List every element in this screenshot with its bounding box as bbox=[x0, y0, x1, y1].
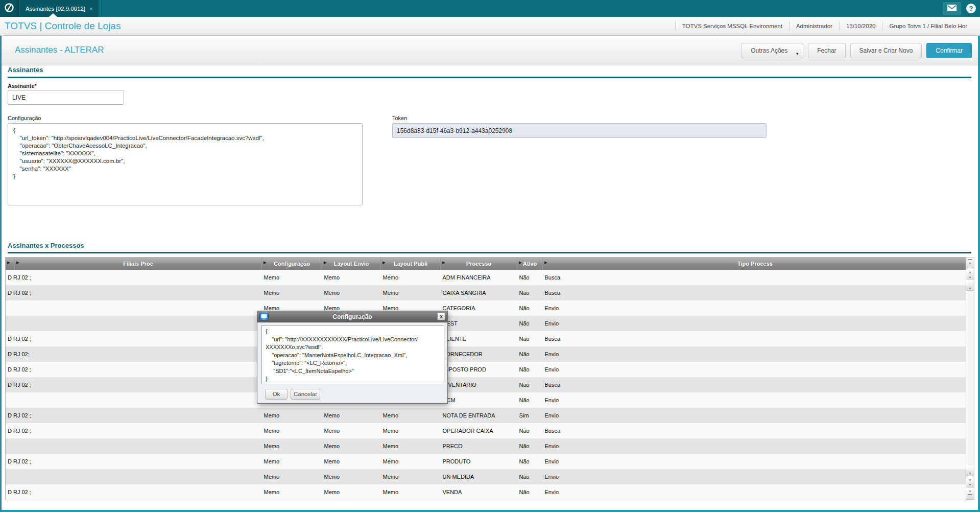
cell-layout-publi[interactable]: Memo bbox=[381, 438, 441, 454]
cell-configuracao[interactable]: Memo bbox=[262, 285, 322, 300]
col-filiais-proc[interactable]: ▶Filiais Proc bbox=[15, 257, 262, 270]
cell-layout-publi[interactable]: Memo bbox=[381, 285, 441, 300]
page-title: Assinantes - ALTERAR bbox=[15, 45, 104, 55]
mail-button[interactable] bbox=[943, 2, 961, 15]
cell-filiais: D RJ 02 ; bbox=[6, 484, 262, 500]
cell-ativo: Não bbox=[517, 362, 543, 377]
col-ativo[interactable]: ▶Ativo bbox=[517, 257, 543, 270]
action-toolbar: Assinantes - ALTERAR Outras Ações ▼ Fech… bbox=[2, 36, 978, 65]
col-layout-publi[interactable]: ▶Layout Publi bbox=[381, 257, 441, 270]
table-row[interactable]: MemoMemoMemoNCMNãoEnvio bbox=[6, 392, 968, 408]
cell-tipo-process: Busca bbox=[543, 270, 968, 285]
cell-processo: FORNECEDOR bbox=[441, 346, 517, 362]
table-row[interactable]: MemoMemoMemoUN MEDIDANãoEnvio bbox=[6, 469, 968, 484]
cell-layout-publi[interactable]: Memo bbox=[381, 484, 441, 500]
col-processo[interactable]: ▶Processo bbox=[441, 257, 517, 270]
other-actions-button[interactable]: Outras Ações ▼ bbox=[742, 43, 803, 58]
cell-configuracao[interactable]: Memo bbox=[262, 408, 322, 423]
cell-layout-envio[interactable]: Memo bbox=[322, 438, 381, 454]
cell-tipo-process: Envio bbox=[543, 469, 968, 484]
section-processos-rule bbox=[8, 252, 971, 253]
cell-filiais bbox=[6, 469, 262, 484]
cell-layout-publi[interactable]: Memo bbox=[381, 423, 441, 438]
cell-layout-envio[interactable]: Memo bbox=[322, 484, 381, 500]
cell-filiais: D RJ 02; bbox=[6, 346, 262, 362]
sort-arrow-icon: ▶ bbox=[264, 261, 266, 265]
table-row[interactable]: D RJ 02 ;MemoMemoMemoADM FINANCEIRANãoBu… bbox=[6, 270, 968, 285]
cell-filiais: D RJ 02 ; bbox=[6, 454, 262, 469]
table-row[interactable]: D RJ 02 ;MemoMemoMemoCLIENTENãoBusca bbox=[6, 331, 968, 346]
cell-tipo-process: Busca bbox=[543, 331, 968, 346]
sort-arrow-icon: ▶ bbox=[16, 261, 19, 265]
scroll-pageup-button[interactable]: ▲▲ bbox=[966, 269, 974, 280]
cell-configuracao[interactable]: Memo bbox=[262, 454, 322, 469]
scroll-up-button[interactable]: ▲ bbox=[966, 280, 974, 291]
col-gutter[interactable]: ▶ bbox=[6, 257, 15, 270]
cell-ativo: Não bbox=[517, 300, 543, 316]
cell-layout-envio[interactable]: Memo bbox=[322, 285, 381, 300]
save-and-new-button[interactable]: Salvar e Criar Novo bbox=[850, 43, 922, 58]
dialog-ok-button[interactable]: Ok bbox=[265, 389, 288, 400]
cell-ativo: Não bbox=[517, 454, 543, 469]
cell-ativo: Não bbox=[517, 469, 543, 484]
top-bar: Assinantes [02.9.0012] × ? bbox=[0, 0, 980, 17]
cell-layout-publi[interactable]: Memo bbox=[381, 408, 441, 423]
cell-configuracao[interactable]: Memo bbox=[262, 469, 322, 484]
cell-layout-envio[interactable]: Memo bbox=[322, 408, 381, 423]
table-row[interactable]: MemoMemoMemoCATEGORIANãoEnvio bbox=[6, 300, 968, 316]
dialog-title: Configuração bbox=[257, 313, 447, 320]
cell-layout-publi[interactable]: Memo bbox=[381, 454, 441, 469]
tab-assinantes[interactable]: Assinantes [02.9.0012] × bbox=[19, 0, 99, 17]
cell-configuracao[interactable]: Memo bbox=[262, 270, 322, 285]
totvs-logo[interactable] bbox=[0, 0, 19, 17]
col-layout-envio[interactable]: ▶Layout Envio bbox=[322, 257, 381, 270]
table-row[interactable]: D RJ 02 ;MemoMemoMemoIMPOSTO PRODNãoEnvi… bbox=[6, 362, 968, 377]
dialog-cancel-button[interactable]: Cancelar bbox=[291, 389, 320, 400]
cell-configuracao[interactable]: Memo bbox=[262, 423, 322, 438]
table-row[interactable]: D RJ 02 ;MemoMemoMemoVENDANãoEnvio bbox=[6, 484, 968, 500]
col-configuracao[interactable]: ▶Configuração bbox=[262, 257, 322, 270]
table-row[interactable]: D RJ 02 ;MemoMemoMemoNOTA DE ENTRADASimE… bbox=[6, 408, 968, 423]
table-row[interactable]: MemoMemoMemoCESTNãoEnvio bbox=[6, 316, 968, 331]
cell-tipo-process: Busca bbox=[543, 285, 968, 300]
dialog-config-textarea[interactable]: { "url": "http://XXXXXXXXXXXX/PracticoLi… bbox=[261, 325, 444, 384]
dialog-title-bar[interactable]: Configuração x bbox=[257, 311, 447, 322]
col-tipo-process[interactable]: ▶Tipo Process bbox=[543, 257, 968, 270]
cell-layout-envio[interactable]: Memo bbox=[322, 454, 381, 469]
scroll-down-button[interactable]: ▼ bbox=[966, 466, 974, 476]
configuracao-textarea[interactable]: { "url_token": "http://sposrvlqadev004/P… bbox=[8, 123, 363, 205]
table-row[interactable]: D RJ 02 ;MemoMemoMemoINVENTARIONãoBusca bbox=[6, 377, 968, 392]
close-button[interactable]: Fechar bbox=[808, 43, 845, 58]
cell-filiais: D RJ 02 ; bbox=[6, 331, 262, 346]
table-row[interactable]: D RJ 02 ;MemoMemoMemoPRODUTONãoEnvio bbox=[6, 454, 968, 469]
cell-tipo-process: Envio bbox=[543, 300, 968, 316]
assinante-input[interactable] bbox=[8, 90, 124, 105]
cell-layout-envio[interactable]: Memo bbox=[322, 270, 381, 285]
cell-layout-publi[interactable]: Memo bbox=[381, 469, 441, 484]
table-row[interactable]: D RJ 02;MemoMemoMemoFORNECEDORNãoEnvio bbox=[6, 346, 968, 362]
cell-processo: NOTA DE ENTRADA bbox=[441, 408, 517, 423]
cell-tipo-process: Envio bbox=[543, 316, 968, 331]
cell-tipo-process: Busca bbox=[543, 377, 968, 392]
cell-filiais: D RJ 02 ; bbox=[6, 270, 262, 285]
grid-vertical-scrollbar[interactable]: ▲ ▲▲ ▲ ▼ ▼▼ ▼ bbox=[966, 257, 974, 500]
dialog-close-button[interactable]: x bbox=[437, 313, 445, 320]
tab-close-icon[interactable]: × bbox=[89, 6, 92, 12]
cell-ativo: Não bbox=[517, 270, 543, 285]
branch-label[interactable]: Grupo Totvs 1 / Filial Belo Hor bbox=[882, 21, 974, 31]
cell-layout-publi[interactable]: Memo bbox=[381, 270, 441, 285]
table-row[interactable]: D RJ 02 ;MemoMemoMemoCAIXA SANGRIANãoBus… bbox=[6, 285, 968, 300]
scroll-top-button[interactable]: ▲ bbox=[966, 258, 974, 268]
scroll-bottom-button[interactable]: ▼ bbox=[966, 488, 974, 499]
confirm-button[interactable]: Confirmar bbox=[926, 43, 972, 58]
cell-layout-envio[interactable]: Memo bbox=[322, 423, 381, 438]
sort-arrow-icon: ▶ bbox=[519, 261, 521, 265]
help-button[interactable]: ? bbox=[966, 4, 976, 13]
scroll-pagedown-button[interactable]: ▼▼ bbox=[966, 477, 974, 487]
cell-configuracao[interactable]: Memo bbox=[262, 438, 322, 454]
table-row[interactable]: D RJ 02 ;MemoMemoMemoOPERADOR CAIXANãoBu… bbox=[6, 423, 968, 438]
cell-layout-envio[interactable]: Memo bbox=[322, 469, 381, 484]
table-row[interactable]: MemoMemoMemoPRECONãoEnvio bbox=[6, 438, 968, 454]
cell-ativo: Não bbox=[517, 316, 543, 331]
cell-configuracao[interactable]: Memo bbox=[262, 484, 322, 500]
